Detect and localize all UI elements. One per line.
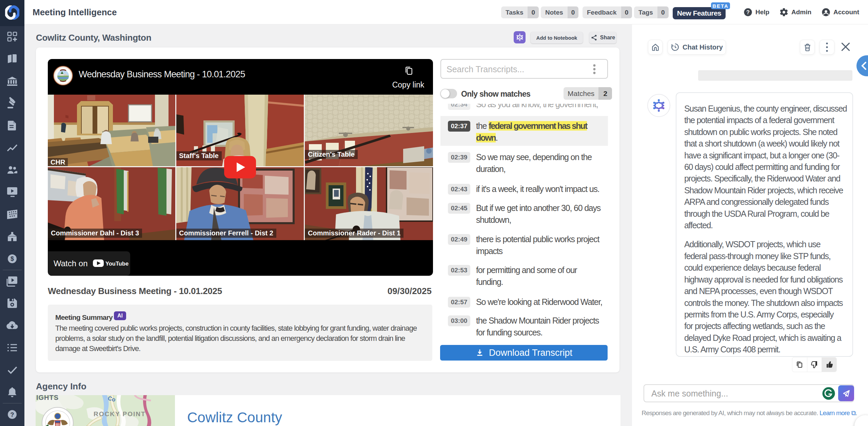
- svg-text:?: ?: [746, 9, 750, 15]
- svg-text:IGHTS: IGHTS: [36, 395, 59, 401]
- svg-text:$: $: [11, 255, 14, 262]
- svg-text:ROCKY POINT: ROCKY POINT: [94, 410, 146, 418]
- svg-text:YouTube: YouTube: [105, 260, 129, 267]
- svg-text:?: ?: [11, 411, 14, 418]
